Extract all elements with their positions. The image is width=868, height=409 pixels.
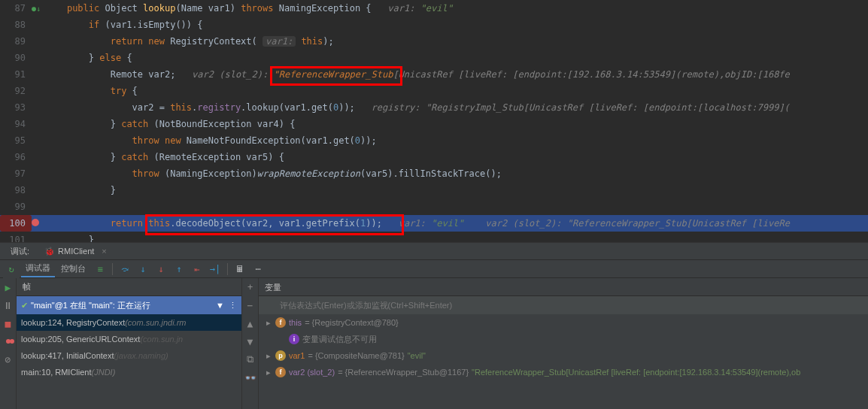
mute-bp-icon[interactable]: ⊘ (2, 353, 14, 365)
code-line[interactable]: 98 } (0, 182, 868, 198)
code-line[interactable]: 96 } catch (RemoteException var5) { (0, 149, 868, 165)
pause-icon[interactable]: ⏸ (2, 299, 14, 311)
stack-frame[interactable]: lookup:417, InitialContext (javax.naming… (17, 347, 241, 364)
code-line[interactable]: 88 if (var1.isEmpty()) { (0, 17, 868, 33)
trace-icon[interactable]: ⋯ (250, 262, 266, 277)
down-icon[interactable]: ▼ (244, 335, 256, 347)
line-number[interactable]: 91 (0, 66, 32, 83)
thread-selector[interactable]: ✔ "main"@1 在组 "main": 正在运行 ▼ ⋮ (17, 296, 241, 314)
variable-row[interactable]: i变量调试信息不可用 (259, 331, 868, 347)
line-number[interactable]: 87 (0, 0, 32, 17)
breakpoints-icon[interactable] (2, 335, 14, 347)
threads-icon[interactable]: ≡ (92, 262, 108, 277)
line-number[interactable]: 88 (0, 17, 32, 33)
remove-watch-icon[interactable]: − (244, 299, 256, 311)
dup-icon[interactable]: ⧉ (244, 353, 256, 365)
code-line[interactable]: 93 var2 = this.registry.lookup(var1.get(… (0, 99, 868, 116)
code-line[interactable]: 99 (0, 198, 868, 215)
code-line[interactable]: 97 throw (NamingException)wrapRemoteExce… (0, 165, 868, 182)
code-line[interactable]: 91 Remote var2; var2 (slot_2): "Referenc… (0, 66, 868, 83)
stack-frame[interactable]: lookup:124, RegistryContext (com.sun.jnd… (17, 314, 241, 331)
code-line[interactable]: 90 } else { (0, 50, 868, 66)
line-number[interactable]: 90 (0, 50, 32, 66)
step-into-icon[interactable]: ↓ (135, 262, 151, 277)
frames-pane: 帧 ✔ "main"@1 在组 "main": 正在运行 ▼ ⋮ lookup:… (17, 278, 242, 409)
force-step-into-icon[interactable]: ↓ (153, 262, 169, 277)
add-watch-icon[interactable]: + (242, 278, 259, 296)
line-number[interactable]: 97 (0, 165, 32, 182)
stack-frame[interactable]: lookup:205, GenericURLContext (com.sun.j… (17, 331, 241, 347)
debug-run-tabs: 调试: 🐞 RMIClient × (0, 242, 868, 260)
evaluate-icon[interactable]: 🖩 (232, 262, 248, 277)
line-number[interactable]: 101 (0, 232, 32, 242)
filter-icon[interactable]: ▼ (216, 301, 224, 310)
more-icon[interactable]: ⋮ (229, 301, 237, 311)
drop-frame-icon[interactable]: ⇤ (189, 262, 205, 277)
code-line[interactable]: 100 return this.decodeObject(var2, var1.… (0, 215, 868, 232)
debug-body: ▶ ⏸ ■ ⊘ 帧 ✔ "main"@1 在组 "main": 正在运行 ▼ ⋮… (0, 278, 868, 409)
bug-icon: 🐞 (44, 247, 55, 256)
step-over-icon[interactable]: ⤼ (117, 262, 133, 277)
run-tab-rmiclient[interactable]: 🐞 RMIClient × (37, 244, 114, 259)
stop-icon[interactable]: ■ (2, 317, 14, 329)
code-line[interactable]: 92 try { (0, 83, 868, 99)
glasses-icon[interactable]: 👓 (244, 371, 256, 383)
line-number[interactable]: 94 (0, 116, 32, 132)
step-out-icon[interactable]: ↑ (171, 262, 187, 277)
code-line[interactable]: 89 return new RegistryContext( var1: thi… (0, 33, 868, 50)
variables-pane: + 变量 − ▲ ▼ ⧉ 👓 评估表达式(Enter)或添加监视(Ctrl+Sh… (242, 278, 868, 409)
run-tab-label: RMIClient (58, 247, 94, 256)
console-tab[interactable]: 控制台 (56, 261, 90, 277)
variable-row[interactable]: ▸fvar2 (slot_2) = {ReferenceWrapper_Stub… (259, 364, 868, 380)
code-line[interactable]: 101 } (0, 232, 868, 242)
code-line[interactable]: 94 } catch (NotBoundException var4) { (0, 116, 868, 132)
debug-left-strip: ▶ ⏸ ■ ⊘ (0, 278, 17, 409)
line-number[interactable]: 96 (0, 149, 32, 165)
line-number[interactable]: 99 (0, 198, 32, 215)
variable-row[interactable]: ▸fthis = {RegistryContext@780} (259, 314, 868, 331)
stack-frame[interactable]: main:10, RMIClient (JNDI) (17, 364, 241, 380)
up-icon[interactable]: ▲ (244, 317, 256, 329)
close-icon[interactable]: × (102, 247, 106, 256)
debug-toolbar: ↻ 调试器 控制台 ≡ ⤼ ↓ ↓ ↑ ⇤ →| 🖩 ⋯ (0, 260, 868, 278)
code-editor[interactable]: 87●↓ public Object lookup(Name var1) thr… (0, 0, 868, 242)
line-number[interactable]: 100 (0, 215, 32, 232)
line-number[interactable]: 98 (0, 182, 32, 198)
variables-header: 变量 (259, 278, 868, 296)
line-number[interactable]: 92 (0, 83, 32, 99)
debug-label: 调试: (3, 244, 37, 259)
resume-icon[interactable]: ▶ (2, 281, 14, 293)
run-to-cursor-icon[interactable]: →| (207, 262, 223, 277)
rerun-icon[interactable]: ↻ (3, 260, 20, 278)
code-line[interactable]: 95 throw new NameNotFoundException(var1.… (0, 132, 868, 149)
debugger-tab[interactable]: 调试器 (21, 260, 55, 277)
line-number[interactable]: 89 (0, 33, 32, 50)
code-line[interactable]: 87●↓ public Object lookup(Name var1) thr… (0, 0, 868, 17)
variable-row[interactable]: ▸pvar1 = {CompositeName@781} "evil" (259, 347, 868, 364)
line-number[interactable]: 95 (0, 132, 32, 149)
frames-header: 帧 (17, 278, 241, 296)
watch-input[interactable]: 评估表达式(Enter)或添加监视(Ctrl+Shift+Enter) (259, 296, 868, 314)
line-number[interactable]: 93 (0, 99, 32, 116)
